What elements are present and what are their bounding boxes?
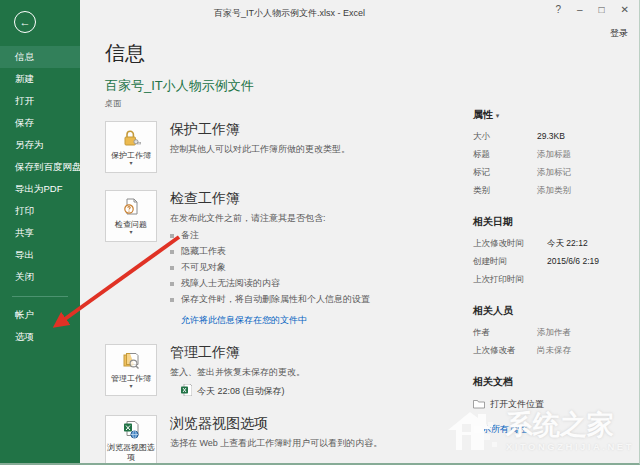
excel-backstage-window: 百家号_IT小人物示例文件.xlsx - Excel ? – □ ✕ 登录 ← …: [0, 0, 640, 465]
minimize-icon[interactable]: –: [577, 4, 583, 15]
protect-workbook-button[interactable]: 保护工作簿 ▾: [105, 121, 157, 173]
browser-button-label: 浏览器视图选项: [106, 443, 156, 462]
bullet-text: 保存文件时，将自动删除属性和个人信息的设置: [181, 293, 370, 306]
manage-section-title: 管理工作簿: [170, 344, 305, 362]
property-label: 作者: [473, 327, 537, 339]
property-label: 类别: [473, 185, 537, 197]
related-dates-heading: 相关日期: [473, 215, 640, 229]
people-row-author: 作者 添加作者: [473, 327, 640, 339]
sidebar-item-options[interactable]: 选项: [0, 326, 80, 348]
manage-section-text: 管理工作簿 签入、签出并恢复未保存的更改。 今天 22:08 (自动保存): [170, 344, 305, 398]
allow-info-save-link[interactable]: 允许将此信息保存在您的文件中: [181, 314, 307, 327]
inspect-section-intro: 在发布此文件之前，请注意其是否包含:: [170, 212, 370, 224]
inspect-workbook-section: 检查问题 ▾ 检查工作簿 在发布此文件之前，请注意其是否包含: 备注 隐藏工作表…: [105, 190, 475, 327]
chevron-down-icon: ▾: [129, 160, 132, 166]
excel-file-icon: [181, 384, 192, 398]
property-label: 上次打印时间: [473, 274, 547, 286]
document-title: 百家号_IT小人物示例文件.xlsx - Excel: [140, 7, 439, 20]
properties-heading[interactable]: 属性 ▾: [473, 108, 640, 122]
autosave-version-label: 今天 22:08 (自动保存): [197, 385, 285, 398]
chevron-down-icon: ▾: [129, 229, 132, 235]
browser-view-options-button[interactable]: 浏览器视图选项: [105, 415, 157, 465]
property-label: 上次修改者: [473, 345, 537, 357]
add-tag-field[interactable]: 添加标记: [537, 167, 571, 179]
properties-heading-label: 属性: [473, 109, 493, 120]
date-row-printed: 上次打印时间: [473, 274, 640, 286]
property-value: 今天 22:12: [547, 238, 588, 250]
sidebar-divider: [12, 296, 68, 297]
info-sections: 保护工作簿 ▾ 保护工作簿 控制其他人可以对此工作簿所做的更改类型。: [105, 121, 475, 465]
sidebar-item-export-pdf[interactable]: 导出为PDF: [0, 178, 80, 200]
date-row-modified: 上次修改时间 今天 22:12: [473, 238, 640, 250]
spacer: [473, 292, 640, 304]
chevron-down-icon: ▾: [496, 112, 500, 119]
sidebar-item-saveas[interactable]: 另存为: [0, 134, 80, 156]
sidebar-item-save-baidu[interactable]: 保存到百度网盘: [0, 156, 80, 178]
inspect-button-label: 检查问题: [115, 220, 147, 230]
property-label: 大小: [473, 131, 537, 143]
close-icon[interactable]: ✕: [621, 4, 629, 15]
sidebar-item-close[interactable]: 关闭: [0, 266, 80, 288]
watermark-name: 系统之家: [506, 412, 634, 439]
window-controls: ? – □ ✕: [555, 4, 629, 15]
lock-icon: [121, 128, 141, 151]
browser-section-title: 浏览器视图选项: [170, 415, 382, 433]
page-title: 信息: [105, 40, 639, 67]
add-author-field[interactable]: 添加作者: [537, 327, 571, 339]
sidebar-item-save[interactable]: 保存: [0, 112, 80, 134]
spacer: [473, 203, 640, 215]
bullet-icon: [170, 250, 174, 254]
sidebar-nav: 信息 新建 打开 保存 另存为 保存到百度网盘 导出为PDF 打印 共享 导出 …: [0, 46, 80, 348]
back-arrow-icon: ←: [20, 17, 31, 28]
watermark: 系统之家 XITONGZHIJIA.NET: [444, 404, 634, 460]
list-item: 保存文件时，将自动删除属性和个人信息的设置: [170, 293, 370, 306]
bullet-icon: [170, 266, 174, 270]
protect-section-title: 保护工作簿: [170, 121, 350, 139]
spacer: [473, 363, 640, 375]
bullet-text: 备注: [181, 229, 199, 242]
manage-workbook-section: 管理工作簿 ▾ 管理工作簿 签入、签出并恢复未保存的更改。: [105, 344, 475, 398]
workbook-filename: 百家号_IT小人物示例文件: [105, 77, 639, 95]
list-item: 隐藏工作表: [170, 245, 370, 258]
manage-section-desc: 签入、签出并恢复未保存的更改。: [170, 366, 305, 378]
property-row-size: 大小 29.3KB: [473, 131, 640, 143]
protect-workbook-section: 保护工作簿 ▾ 保护工作簿 控制其他人可以对此工作簿所做的更改类型。: [105, 121, 475, 173]
inspect-section-text: 检查工作簿 在发布此文件之前，请注意其是否包含: 备注 隐藏工作表 不可见对象 …: [170, 190, 370, 327]
add-title-field[interactable]: 添加标题: [537, 149, 571, 161]
property-value: 29.3KB: [537, 131, 565, 143]
property-value: 尚未保存: [537, 345, 571, 357]
sidebar-item-new[interactable]: 新建: [0, 68, 80, 90]
manage-workbook-button[interactable]: 管理工作簿 ▾: [105, 344, 157, 396]
help-icon[interactable]: ?: [555, 4, 561, 15]
inspect-bullet-list: 备注 隐藏工作表 不可见对象 残障人士无法阅读的内容 保存文件时，将自动删除属性…: [170, 229, 370, 306]
sidebar-item-open[interactable]: 打开: [0, 90, 80, 112]
sidebar-item-info[interactable]: 信息: [0, 46, 80, 68]
maximize-icon[interactable]: □: [599, 4, 605, 15]
property-label: 创建时间: [473, 256, 547, 268]
related-people-heading: 相关人员: [473, 304, 640, 318]
inspect-section-title: 检查工作簿: [170, 190, 370, 208]
protect-section-desc: 控制其他人可以对此工作簿所做的更改类型。: [170, 143, 350, 155]
back-button[interactable]: ←: [14, 11, 36, 33]
related-documents-heading: 相关文档: [473, 375, 640, 389]
property-row-tags: 标记 添加标记: [473, 167, 640, 179]
list-item: 不可见对象: [170, 261, 370, 274]
sidebar-item-print[interactable]: 打印: [0, 200, 80, 222]
sidebar-item-account[interactable]: 帐户: [0, 304, 80, 326]
add-category-field[interactable]: 添加类别: [537, 185, 571, 197]
properties-panel: 属性 ▾ 大小 29.3KB 标题 添加标题 标记 添加标记 类别 添加类别 相…: [473, 108, 640, 436]
info-page: 信息 百家号_IT小人物示例文件 桌面 保护工作簿 ▾: [80, 28, 639, 463]
bullet-icon: [170, 234, 174, 238]
inspect-document-icon: [121, 197, 141, 220]
browser-view-options-section: 浏览器视图选项 浏览器视图选项 选择在 Web 上查看此工作簿时用户可以看到的内…: [105, 415, 475, 465]
watermark-house-icon: [444, 404, 502, 460]
browser-section-text: 浏览器视图选项 选择在 Web 上查看此工作簿时用户可以看到的内容。: [170, 415, 382, 449]
sidebar-item-share[interactable]: 共享: [0, 222, 80, 244]
autosave-version-item[interactable]: 今天 22:08 (自动保存): [181, 384, 305, 398]
check-for-issues-button[interactable]: 检查问题 ▾: [105, 190, 157, 242]
bullet-icon: [170, 298, 174, 302]
protect-button-label: 保护工作簿: [111, 151, 151, 161]
sidebar-item-export[interactable]: 导出: [0, 244, 80, 266]
property-label: 上次修改时间: [473, 238, 547, 250]
manage-versions-icon: [121, 351, 141, 374]
